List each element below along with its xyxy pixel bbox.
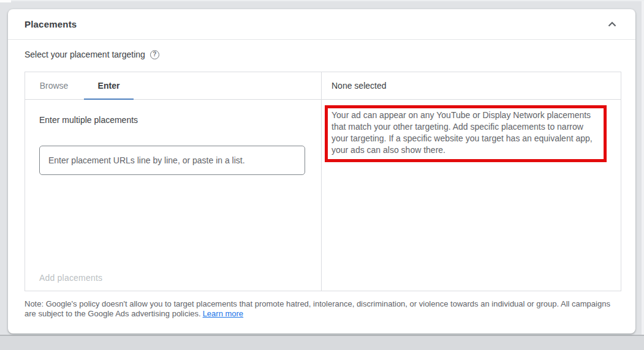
top-edge-highlight (0, 0, 644, 1)
page-footer-area (0, 335, 644, 350)
policy-note: Note: Google's policy doesn't allow you … (25, 299, 619, 319)
description-line: your targeting. If a specific website yo… (331, 133, 599, 144)
placements-card: Placements Select your placement targeti… (8, 9, 635, 333)
picker-left-panel: Browse Enter Enter multiple placements A… (25, 72, 322, 291)
picker-right-panel: None selected Your ad can appear on any … (322, 72, 621, 291)
placement-urls-input[interactable] (39, 146, 305, 175)
help-icon[interactable]: ? (150, 50, 159, 59)
collapse-button[interactable] (604, 17, 620, 32)
scrollbar-track[interactable] (642, 1, 644, 335)
tab-enter[interactable]: Enter (84, 72, 134, 99)
learn-more-link[interactable]: Learn more (203, 309, 243, 318)
placement-picker: Browse Enter Enter multiple placements A… (25, 72, 621, 291)
active-tab-indicator (84, 99, 134, 100)
description-line: that match your other targeting. Add spe… (331, 121, 599, 133)
tab-enter-label: Enter (98, 81, 120, 91)
card-header: Placements (8, 9, 635, 40)
tab-bar: Browse Enter (25, 72, 321, 100)
section-subtitle: Select your placement targeting (25, 50, 145, 59)
card-title: Placements (25, 19, 77, 29)
policy-note-text: Note: Google's policy doesn't allow you … (25, 299, 610, 318)
enter-placements-label: Enter multiple placements (39, 115, 138, 125)
description-line: your ads can also show there. (331, 144, 599, 156)
subtitle-row: Select your placement targeting ? (25, 50, 159, 59)
chevron-up-icon (605, 17, 619, 32)
tab-browse[interactable]: Browse (33, 72, 75, 99)
description-line: Your ad can appear on any YouTube or Dis… (331, 110, 599, 121)
selection-summary: None selected (322, 72, 621, 100)
add-placements-button[interactable]: Add placements (39, 273, 102, 283)
top-left-sliver (0, 0, 11, 2)
red-highlight-annotation: Your ad can appear on any YouTube or Dis… (325, 105, 607, 162)
